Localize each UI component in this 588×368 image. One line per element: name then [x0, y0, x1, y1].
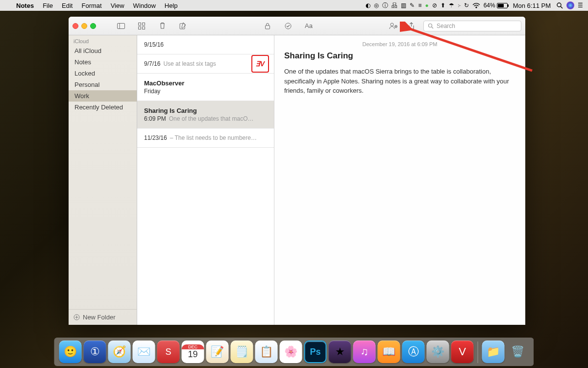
folder-sidebar: iCloud All iCloud Notes Locked Personal … [69, 35, 137, 325]
svg-rect-5 [143, 23, 145, 25]
menubar-extra-9[interactable]: ⊘ [432, 2, 437, 9]
notification-center-icon[interactable]: ☰ [578, 2, 583, 9]
svg-point-0 [557, 3, 561, 7]
menubar-extra-2[interactable]: ◎ [374, 2, 379, 9]
dock-1password[interactable]: ① [84, 341, 106, 363]
note-list-item[interactable]: 9/7/16Use at least six tags ƎV [137, 54, 274, 74]
compose-icon[interactable] [177, 21, 188, 31]
grid-view-icon[interactable] [136, 21, 147, 31]
battery-icon [497, 3, 508, 8]
dock-safari[interactable]: 🧭 [108, 341, 131, 363]
menubar: Notes File Edit Format View Window Help … [0, 0, 588, 11]
menubar-extra-11[interactable]: ☂ [449, 2, 454, 9]
note-list-item[interactable]: Sharing Is Caring 6:09 PMOne of the upda… [137, 101, 274, 129]
svg-point-10 [285, 23, 291, 29]
svg-rect-2 [118, 23, 125, 28]
sidebar-item-all-icloud[interactable]: All iCloud [69, 45, 137, 56]
window-minimize[interactable] [81, 23, 87, 29]
plus-circle-icon [74, 314, 80, 320]
sidebar-toggle-icon[interactable] [116, 21, 126, 31]
menubar-extra-5[interactable]: ▥ [401, 2, 406, 9]
timemachine-icon[interactable]: ↻ [464, 2, 469, 9]
menu-format[interactable]: Format [77, 2, 106, 9]
menu-window[interactable]: Window [129, 2, 160, 9]
dock-mail[interactable]: ✉️ [133, 341, 155, 363]
svg-point-15 [429, 24, 432, 27]
svg-line-1 [561, 6, 563, 8]
lock-icon[interactable] [262, 21, 273, 31]
dock-fantastical[interactable]: S [157, 341, 180, 363]
menu-view[interactable]: View [106, 2, 129, 9]
trash-icon[interactable] [157, 21, 168, 31]
app-menu[interactable]: Notes [12, 2, 38, 9]
note-list-item[interactable]: 9/15/16 [137, 35, 274, 54]
dock-finder[interactable]: 🙂 [59, 341, 82, 363]
sidebar-item-personal[interactable]: Personal [69, 79, 137, 90]
svg-rect-4 [139, 23, 141, 25]
siri-icon[interactable] [566, 1, 574, 9]
sidebar-item-work[interactable]: Work [69, 90, 137, 102]
new-folder-label: New Folder [83, 314, 115, 321]
window-zoom[interactable] [90, 23, 96, 29]
battery-status[interactable]: 64% [484, 2, 508, 9]
menubar-extra-8[interactable]: ● [425, 2, 428, 9]
dock-photoshop[interactable]: Ps [304, 341, 327, 363]
dock-reminders[interactable]: 📝 [206, 341, 229, 363]
dock-downloads[interactable]: 📁 [482, 341, 505, 363]
dock-separator [478, 342, 478, 363]
menubar-extra-10[interactable]: ⬆ [441, 2, 445, 9]
dock-vivaldi[interactable]: V [451, 341, 474, 363]
menu-edit[interactable]: Edit [57, 2, 77, 9]
format-icon[interactable]: Aa [303, 21, 314, 31]
battery-percent: 64% [484, 2, 495, 9]
window-close[interactable] [73, 23, 78, 29]
dock-books[interactable]: 📖 [378, 341, 400, 363]
sidebar-item-notes[interactable]: Notes [69, 56, 137, 68]
sidebar-item-recently-deleted[interactable]: Recently Deleted [69, 102, 137, 113]
note-list-item[interactable]: MacObserver Friday [137, 74, 274, 101]
titlebar: Aa Search [69, 17, 525, 35]
collaborate-icon[interactable] [388, 21, 399, 31]
dock-appstore[interactable]: Ⓐ [402, 341, 425, 363]
menubar-extra-7[interactable]: ≡ [418, 2, 421, 9]
sidebar-header: iCloud [69, 35, 137, 45]
menu-file[interactable]: File [38, 2, 57, 9]
search-placeholder: Search [437, 23, 455, 29]
svg-point-11 [391, 23, 393, 26]
share-icon[interactable] [406, 21, 416, 31]
menu-help[interactable]: Help [160, 2, 182, 9]
note-thumbnail: ƎV [251, 55, 269, 73]
clock[interactable]: Mon 6:11 PM [513, 2, 551, 9]
svg-rect-7 [143, 26, 145, 29]
svg-line-16 [432, 27, 433, 28]
dock-settings[interactable]: ⚙️ [427, 341, 449, 363]
search-icon [428, 23, 434, 29]
dock-trash[interactable]: 🗑️ [507, 341, 529, 363]
sidebar-item-locked[interactable]: Locked [69, 68, 137, 79]
note-list: 9/15/16 9/7/16Use at least six tags ƎV M… [137, 35, 274, 325]
menubar-extra-6[interactable]: ✎ [410, 2, 415, 9]
svg-rect-6 [139, 26, 141, 29]
menubar-extra-3[interactable]: ⓘ [382, 1, 388, 10]
note-list-item[interactable]: 11/23/16– The list needs to be numbere… [137, 129, 274, 148]
dock-things[interactable]: 📋 [255, 341, 278, 363]
dock-calendar[interactable]: DEC19 [182, 341, 204, 363]
search-input[interactable]: Search [423, 21, 521, 31]
spotlight-icon[interactable] [556, 2, 563, 9]
menubar-extra-1[interactable]: ◐ [366, 2, 370, 9]
note-body: One of the updates that macOS Sierra bri… [284, 67, 515, 96]
dock-photos[interactable]: 🌸 [280, 341, 302, 363]
menubar-extra-4[interactable]: 品 [392, 1, 397, 10]
dock-itunes[interactable]: ♫ [353, 341, 376, 363]
notes-window: Aa Search iCloud All iCloud Notes Locked… [69, 17, 525, 325]
dock-notes[interactable]: 🗒️ [231, 341, 253, 363]
new-folder-button[interactable]: New Folder [69, 309, 137, 325]
dock-imovie[interactable]: ★ [329, 341, 351, 363]
bluetooth-icon[interactable]: ᚛ [458, 2, 461, 9]
dock: 🙂 ① 🧭 ✉️ S DEC19 📝 🗒️ 📋 🌸 Ps ★ ♫ 📖 Ⓐ ⚙️ … [54, 338, 534, 366]
note-editor[interactable]: December 19, 2016 at 6:09 PM Sharing Is … [274, 35, 525, 325]
note-title: Sharing Is Caring [284, 51, 515, 61]
checklist-icon[interactable] [283, 21, 294, 31]
svg-rect-9 [266, 26, 270, 29]
wifi-icon[interactable] [472, 3, 480, 8]
